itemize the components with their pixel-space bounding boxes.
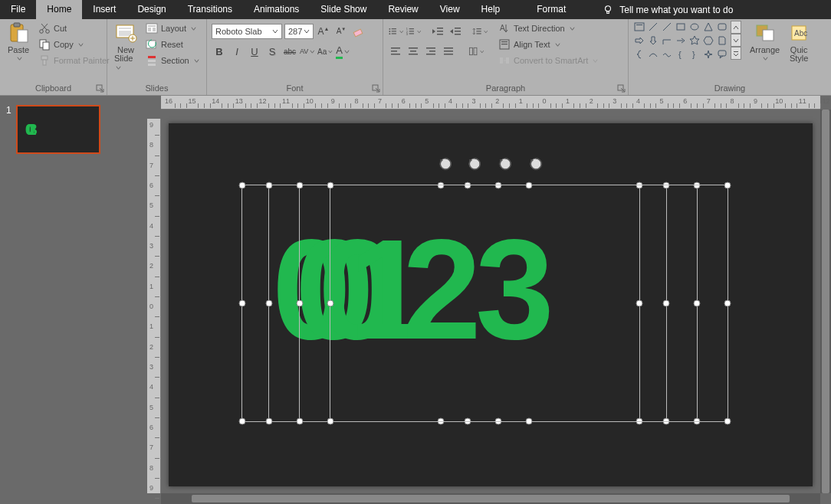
resize-handle[interactable] bbox=[239, 182, 246, 189]
align-center-button[interactable] bbox=[406, 44, 421, 59]
tab-design[interactable]: Design bbox=[126, 0, 176, 19]
tab-insert[interactable]: Insert bbox=[82, 0, 126, 19]
font-size-combo[interactable]: 287 bbox=[284, 24, 314, 39]
resize-handle[interactable] bbox=[327, 418, 334, 425]
dialog-launcher-icon[interactable] bbox=[617, 84, 626, 93]
resize-handle[interactable] bbox=[327, 182, 334, 189]
shape-wave-icon[interactable] bbox=[661, 48, 673, 61]
shape-textbox-icon[interactable] bbox=[633, 21, 645, 33]
shape-oval-icon[interactable] bbox=[688, 21, 701, 33]
resize-handle[interactable] bbox=[297, 182, 304, 189]
selection-box[interactable] bbox=[330, 185, 728, 422]
tab-file[interactable]: File bbox=[0, 0, 36, 19]
bullets-button[interactable] bbox=[388, 24, 403, 39]
font-color-button[interactable]: A bbox=[335, 44, 350, 59]
tab-format[interactable]: Format bbox=[526, 0, 576, 19]
cut-button[interactable]: Cut bbox=[35, 21, 113, 36]
shapes-more-icon[interactable] bbox=[731, 47, 741, 60]
smartart-button[interactable]: Convert to SmartArt bbox=[495, 53, 601, 68]
align-left-button[interactable] bbox=[388, 44, 403, 59]
align-right-button[interactable] bbox=[423, 44, 438, 59]
rotate-handle-icon[interactable] bbox=[498, 156, 513, 172]
shapes-up-icon[interactable] bbox=[731, 21, 741, 34]
tab-slide-show[interactable]: Slide Show bbox=[310, 0, 377, 19]
rotate-handle-icon[interactable] bbox=[438, 156, 453, 172]
justify-button[interactable] bbox=[441, 44, 456, 59]
columns-button[interactable] bbox=[468, 44, 484, 59]
scroll-thumb[interactable] bbox=[822, 110, 829, 493]
increase-indent-button[interactable] bbox=[448, 24, 463, 39]
italic-button[interactable]: I bbox=[229, 44, 245, 59]
tab-view[interactable]: View bbox=[429, 0, 471, 19]
scrollbar-vertical[interactable] bbox=[820, 110, 831, 493]
resize-handle[interactable] bbox=[297, 418, 304, 425]
layout-button[interactable]: Layout bbox=[143, 21, 202, 36]
shapes-gallery-scroll[interactable] bbox=[731, 21, 741, 61]
line-spacing-button[interactable] bbox=[472, 24, 488, 39]
format-painter-button[interactable]: Format Painter bbox=[35, 53, 113, 68]
resize-handle[interactable] bbox=[297, 300, 304, 307]
shape-brace3-icon[interactable]: } bbox=[688, 48, 701, 61]
clear-format-button[interactable] bbox=[351, 24, 366, 39]
shape-line-icon[interactable] bbox=[647, 21, 659, 33]
section-button[interactable]: Section bbox=[143, 53, 202, 68]
shape-brace-l-icon[interactable] bbox=[633, 48, 645, 61]
align-text-button[interactable]: Align Text bbox=[495, 37, 601, 52]
shape-brace2-icon[interactable]: { bbox=[675, 48, 687, 61]
tab-transitions[interactable]: Transitions bbox=[177, 0, 243, 19]
scroll-thumb[interactable] bbox=[192, 495, 790, 502]
change-case-button[interactable]: Aa bbox=[317, 44, 333, 59]
resize-handle[interactable] bbox=[724, 418, 731, 425]
resize-handle[interactable] bbox=[266, 418, 273, 425]
dialog-launcher-icon[interactable] bbox=[372, 84, 381, 93]
strike-button[interactable]: abc bbox=[282, 44, 297, 59]
decrease-font-button[interactable]: A▼ bbox=[333, 24, 349, 39]
decrease-indent-button[interactable] bbox=[430, 24, 445, 39]
shape-star2-icon[interactable] bbox=[702, 48, 714, 61]
bold-button[interactable]: B bbox=[212, 44, 227, 59]
shadow-button[interactable]: S bbox=[264, 44, 280, 59]
shape-curve-icon[interactable] bbox=[647, 48, 659, 61]
shapes-gallery[interactable]: { } bbox=[633, 21, 729, 61]
resize-handle[interactable] bbox=[327, 300, 334, 307]
char-spacing-button[interactable]: AV bbox=[300, 44, 315, 59]
tab-review[interactable]: Review bbox=[377, 0, 429, 19]
text-direction-button[interactable]: A Text Direction bbox=[495, 21, 601, 36]
tab-home[interactable]: Home bbox=[36, 0, 82, 19]
dialog-launcher-icon[interactable] bbox=[96, 84, 105, 93]
shape-doc-icon[interactable] bbox=[716, 34, 728, 47]
new-slide-button[interactable]: New Slide bbox=[112, 21, 140, 74]
scrollbar-horizontal[interactable] bbox=[161, 493, 820, 504]
copy-button[interactable]: Copy bbox=[35, 37, 113, 52]
resize-handle[interactable] bbox=[526, 182, 533, 189]
quick-styles-button[interactable]: Abc Quic Style bbox=[785, 21, 813, 64]
font-name-combo[interactable]: Roboto Slab bbox=[212, 24, 282, 39]
paste-button[interactable]: Paste bbox=[5, 21, 32, 63]
shape-rect-icon[interactable] bbox=[675, 21, 687, 33]
shape-line2-icon[interactable] bbox=[661, 21, 673, 33]
underline-button[interactable]: U bbox=[247, 44, 262, 59]
shape-roundrect-icon[interactable] bbox=[716, 21, 728, 33]
resize-handle[interactable] bbox=[239, 300, 246, 307]
shape-star-icon[interactable] bbox=[688, 34, 701, 47]
arrange-button[interactable]: Arrange bbox=[747, 21, 782, 63]
tab-animations[interactable]: Animations bbox=[243, 0, 310, 19]
shape-callout-icon[interactable] bbox=[716, 48, 728, 61]
resize-handle[interactable] bbox=[266, 182, 273, 189]
resize-handle[interactable] bbox=[724, 182, 731, 189]
reset-button[interactable]: Reset bbox=[143, 37, 202, 52]
shape-arrow-d-icon[interactable] bbox=[647, 34, 659, 47]
rotate-handle-icon[interactable] bbox=[467, 156, 482, 172]
increase-font-button[interactable]: A▲ bbox=[316, 24, 331, 39]
resize-handle[interactable] bbox=[239, 418, 246, 425]
resize-handle[interactable] bbox=[266, 300, 273, 307]
shape-triangle-icon[interactable] bbox=[702, 21, 714, 33]
shape-arrow-r-icon[interactable] bbox=[633, 34, 645, 47]
rotate-handle-icon[interactable] bbox=[528, 156, 544, 172]
shape-arrow2-icon[interactable] bbox=[675, 34, 687, 47]
resize-handle[interactable] bbox=[526, 418, 533, 425]
slide-canvas[interactable]: 000123 bbox=[169, 123, 813, 486]
shape-hex-icon[interactable] bbox=[702, 34, 714, 47]
tab-help[interactable]: Help bbox=[471, 0, 511, 19]
resize-handle[interactable] bbox=[724, 300, 731, 307]
